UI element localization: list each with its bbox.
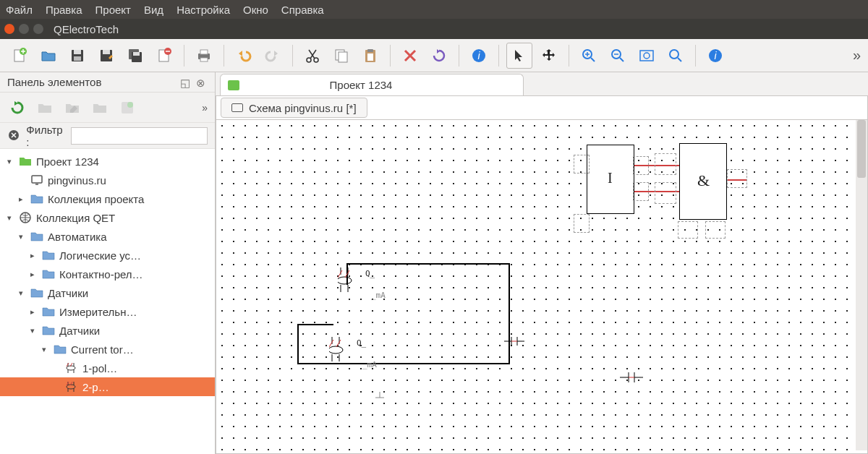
svg-rect-6 bbox=[103, 50, 110, 54]
tree-item-label: pingvinus.ru bbox=[48, 174, 106, 187]
svg-rect-18 bbox=[339, 52, 347, 62]
vertical-scrollbar[interactable] bbox=[856, 120, 867, 450]
panel-new-folder-button[interactable] bbox=[35, 98, 55, 118]
elements-tree[interactable]: ▾Проект 1234pingvinus.ru▸Коллекция проек… bbox=[0, 149, 215, 454]
window-title: QElectroTech bbox=[54, 23, 119, 35]
panel-refresh-button[interactable] bbox=[7, 98, 27, 118]
ct-label: Q_ bbox=[365, 269, 375, 278]
tree-item[interactable]: ▾Проект 1234 bbox=[0, 152, 215, 171]
menu-view[interactable]: Вид bbox=[144, 4, 163, 16]
terminal[interactable] bbox=[574, 214, 590, 233]
panel-edit-button[interactable] bbox=[62, 98, 82, 118]
move-tool-button[interactable] bbox=[537, 43, 561, 68]
document-tab[interactable]: Проект 1234 bbox=[220, 74, 524, 95]
menu-project[interactable]: Проект bbox=[95, 4, 131, 16]
svg-rect-34 bbox=[32, 176, 42, 183]
menu-settings[interactable]: Настройка bbox=[176, 4, 230, 16]
tree-expander[interactable]: ▸ bbox=[16, 194, 26, 204]
panel-delete-button[interactable] bbox=[90, 98, 110, 118]
open-button[interactable] bbox=[36, 43, 61, 68]
svg-rect-13 bbox=[200, 50, 208, 54]
tree-item[interactable]: ▾Датчики bbox=[0, 283, 215, 302]
zoom-reset-button[interactable] bbox=[663, 43, 688, 68]
panel-undock-icon[interactable]: ◱ bbox=[180, 77, 192, 88]
terminal[interactable] bbox=[727, 169, 747, 188]
tree-item[interactable]: ▾Коллекция QET bbox=[0, 208, 215, 227]
tree-expander[interactable]: ▾ bbox=[4, 213, 14, 223]
close-doc-button[interactable] bbox=[152, 43, 176, 68]
toolbar-overflow[interactable]: » bbox=[853, 47, 861, 64]
terminal[interactable] bbox=[574, 155, 590, 174]
tree-expander[interactable]: ▸ bbox=[27, 270, 38, 279]
rotate-button[interactable] bbox=[427, 43, 451, 68]
tree-item[interactable]: pingvinus.ru bbox=[0, 171, 215, 189]
zoom-out-button[interactable] bbox=[605, 43, 630, 68]
tree-item[interactable]: 1-pol… bbox=[0, 359, 215, 377]
terminal-element[interactable] bbox=[504, 334, 524, 348]
panel-close-icon[interactable]: ⊗ bbox=[196, 77, 208, 88]
gate-and[interactable]: & bbox=[679, 143, 727, 220]
tree-item[interactable]: ▸Контактно-рел… bbox=[0, 265, 215, 283]
tree-item[interactable]: ▸Измерительн… bbox=[0, 302, 215, 321]
tree-item[interactable]: ▾Датчики bbox=[0, 321, 215, 340]
tree-expander[interactable]: ▾ bbox=[16, 288, 26, 298]
ct-value: _mA bbox=[371, 291, 386, 300]
tree-item[interactable]: ▸Коллекция проекта bbox=[0, 189, 215, 208]
panel-import-button[interactable] bbox=[117, 98, 137, 118]
tree-item[interactable]: ▸Логические ус… bbox=[0, 246, 215, 265]
wire bbox=[297, 324, 299, 364]
save-as-button[interactable] bbox=[94, 43, 119, 68]
filter-clear-button[interactable] bbox=[7, 129, 20, 143]
window-close-button[interactable] bbox=[4, 24, 14, 34]
terminal[interactable] bbox=[678, 221, 698, 239]
paste-button[interactable] bbox=[358, 43, 383, 68]
terminal[interactable] bbox=[633, 182, 649, 201]
tree-expander[interactable]: ▸ bbox=[27, 251, 38, 260]
tree-item[interactable]: ▾Автоматика bbox=[0, 227, 215, 246]
menu-window[interactable]: Окно bbox=[243, 4, 268, 16]
menu-edit[interactable]: Правка bbox=[46, 4, 82, 16]
save-all-button[interactable] bbox=[123, 43, 148, 68]
terminal[interactable] bbox=[655, 182, 676, 204]
schematic-canvas[interactable]: I & bbox=[216, 120, 856, 450]
menu-help[interactable]: Справка bbox=[281, 4, 324, 16]
terminal[interactable] bbox=[655, 153, 676, 175]
undo-button[interactable] bbox=[231, 43, 256, 68]
panel-toolbar-overflow[interactable]: » bbox=[202, 102, 208, 113]
new-button[interactable] bbox=[7, 43, 32, 68]
filter-input[interactable] bbox=[71, 127, 208, 145]
titlebar: QElectroTech bbox=[0, 19, 868, 39]
sheet-tab[interactable]: Схема pingvinus.ru [*] bbox=[221, 98, 367, 118]
zoom-in-button[interactable] bbox=[576, 43, 601, 68]
gate-i[interactable]: I bbox=[587, 145, 634, 214]
monitor-icon bbox=[30, 174, 43, 187]
pointer-tool-button[interactable] bbox=[506, 43, 532, 69]
cut-button[interactable] bbox=[300, 43, 325, 68]
folder-icon bbox=[42, 249, 55, 262]
svg-point-27 bbox=[644, 53, 650, 59]
window-minimize-button[interactable] bbox=[19, 24, 29, 34]
info-button[interactable]: i bbox=[467, 43, 491, 68]
tree-expander[interactable]: ▾ bbox=[16, 232, 26, 241]
window-maximize-button[interactable] bbox=[33, 24, 43, 34]
wire bbox=[346, 263, 510, 265]
about-button[interactable]: i bbox=[703, 43, 728, 68]
tree-item[interactable]: ▾Current tor… bbox=[0, 340, 215, 359]
redo-button[interactable] bbox=[260, 43, 285, 68]
ct-element[interactable] bbox=[338, 267, 359, 294]
print-button[interactable] bbox=[192, 43, 216, 68]
save-button[interactable] bbox=[65, 43, 90, 68]
delete-button[interactable] bbox=[398, 43, 422, 68]
tree-expander[interactable]: ▾ bbox=[39, 345, 49, 354]
menu-file[interactable]: Файл bbox=[6, 4, 33, 16]
tree-expander[interactable]: ▸ bbox=[27, 307, 38, 317]
terminal[interactable] bbox=[705, 221, 726, 239]
zoom-fit-button[interactable] bbox=[634, 43, 659, 68]
copy-button[interactable] bbox=[329, 43, 354, 68]
tree-expander[interactable]: ▾ bbox=[4, 157, 14, 166]
ct-element[interactable] bbox=[329, 337, 351, 363]
terminal-element[interactable] bbox=[620, 370, 643, 385]
tree-expander[interactable]: ▾ bbox=[27, 326, 38, 335]
terminal[interactable] bbox=[633, 156, 649, 175]
tree-item[interactable]: 2-p… bbox=[0, 377, 215, 396]
